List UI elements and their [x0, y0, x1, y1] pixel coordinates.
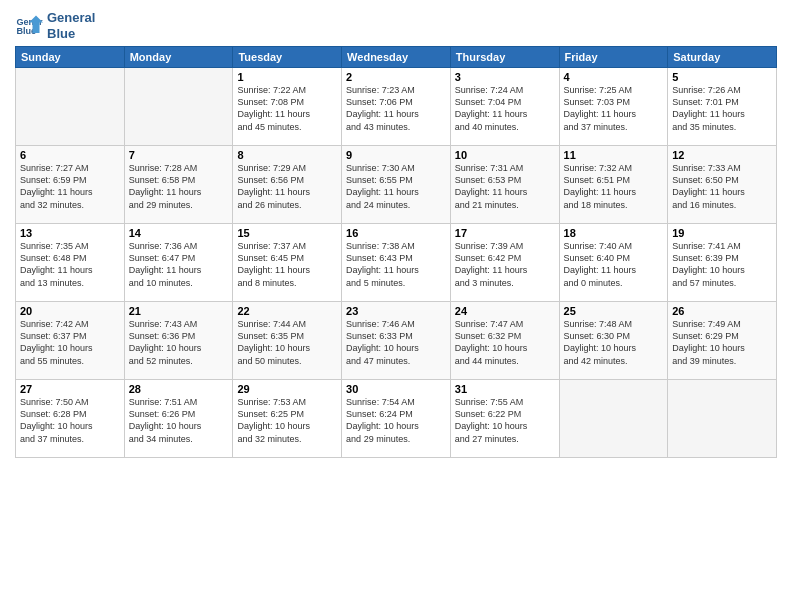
calendar-cell: 22Sunrise: 7:44 AM Sunset: 6:35 PM Dayli…	[233, 302, 342, 380]
day-info: Sunrise: 7:27 AM Sunset: 6:59 PM Dayligh…	[20, 162, 120, 211]
day-number: 20	[20, 305, 120, 317]
calendar-cell	[668, 380, 777, 458]
day-info: Sunrise: 7:36 AM Sunset: 6:47 PM Dayligh…	[129, 240, 229, 289]
day-info: Sunrise: 7:37 AM Sunset: 6:45 PM Dayligh…	[237, 240, 337, 289]
day-number: 5	[672, 71, 772, 83]
calendar-day-header-tuesday: Tuesday	[233, 47, 342, 68]
day-number: 10	[455, 149, 555, 161]
calendar-week-row-0: 1Sunrise: 7:22 AM Sunset: 7:08 PM Daylig…	[16, 68, 777, 146]
calendar-day-header-wednesday: Wednesday	[342, 47, 451, 68]
day-info: Sunrise: 7:39 AM Sunset: 6:42 PM Dayligh…	[455, 240, 555, 289]
day-info: Sunrise: 7:48 AM Sunset: 6:30 PM Dayligh…	[564, 318, 664, 367]
calendar-cell: 12Sunrise: 7:33 AM Sunset: 6:50 PM Dayli…	[668, 146, 777, 224]
day-number: 15	[237, 227, 337, 239]
day-number: 9	[346, 149, 446, 161]
day-info: Sunrise: 7:31 AM Sunset: 6:53 PM Dayligh…	[455, 162, 555, 211]
calendar-header-row: SundayMondayTuesdayWednesdayThursdayFrid…	[16, 47, 777, 68]
calendar-week-row-2: 13Sunrise: 7:35 AM Sunset: 6:48 PM Dayli…	[16, 224, 777, 302]
calendar-week-row-3: 20Sunrise: 7:42 AM Sunset: 6:37 PM Dayli…	[16, 302, 777, 380]
day-info: Sunrise: 7:43 AM Sunset: 6:36 PM Dayligh…	[129, 318, 229, 367]
calendar-cell	[124, 68, 233, 146]
calendar-cell: 25Sunrise: 7:48 AM Sunset: 6:30 PM Dayli…	[559, 302, 668, 380]
calendar-cell	[559, 380, 668, 458]
day-number: 11	[564, 149, 664, 161]
calendar-cell: 9Sunrise: 7:30 AM Sunset: 6:55 PM Daylig…	[342, 146, 451, 224]
day-number: 28	[129, 383, 229, 395]
day-number: 1	[237, 71, 337, 83]
calendar-cell: 13Sunrise: 7:35 AM Sunset: 6:48 PM Dayli…	[16, 224, 125, 302]
calendar-cell: 26Sunrise: 7:49 AM Sunset: 6:29 PM Dayli…	[668, 302, 777, 380]
day-info: Sunrise: 7:33 AM Sunset: 6:50 PM Dayligh…	[672, 162, 772, 211]
calendar-cell: 31Sunrise: 7:55 AM Sunset: 6:22 PM Dayli…	[450, 380, 559, 458]
calendar-body: 1Sunrise: 7:22 AM Sunset: 7:08 PM Daylig…	[16, 68, 777, 458]
day-info: Sunrise: 7:25 AM Sunset: 7:03 PM Dayligh…	[564, 84, 664, 133]
calendar-cell: 27Sunrise: 7:50 AM Sunset: 6:28 PM Dayli…	[16, 380, 125, 458]
calendar-cell: 17Sunrise: 7:39 AM Sunset: 6:42 PM Dayli…	[450, 224, 559, 302]
calendar-cell: 4Sunrise: 7:25 AM Sunset: 7:03 PM Daylig…	[559, 68, 668, 146]
day-info: Sunrise: 7:51 AM Sunset: 6:26 PM Dayligh…	[129, 396, 229, 445]
day-number: 22	[237, 305, 337, 317]
calendar-cell: 15Sunrise: 7:37 AM Sunset: 6:45 PM Dayli…	[233, 224, 342, 302]
day-info: Sunrise: 7:26 AM Sunset: 7:01 PM Dayligh…	[672, 84, 772, 133]
day-info: Sunrise: 7:42 AM Sunset: 6:37 PM Dayligh…	[20, 318, 120, 367]
calendar-week-row-4: 27Sunrise: 7:50 AM Sunset: 6:28 PM Dayli…	[16, 380, 777, 458]
day-number: 25	[564, 305, 664, 317]
calendar-cell: 1Sunrise: 7:22 AM Sunset: 7:08 PM Daylig…	[233, 68, 342, 146]
calendar-cell: 19Sunrise: 7:41 AM Sunset: 6:39 PM Dayli…	[668, 224, 777, 302]
calendar-cell: 10Sunrise: 7:31 AM Sunset: 6:53 PM Dayli…	[450, 146, 559, 224]
day-info: Sunrise: 7:22 AM Sunset: 7:08 PM Dayligh…	[237, 84, 337, 133]
day-number: 19	[672, 227, 772, 239]
calendar-cell: 3Sunrise: 7:24 AM Sunset: 7:04 PM Daylig…	[450, 68, 559, 146]
day-number: 29	[237, 383, 337, 395]
day-info: Sunrise: 7:54 AM Sunset: 6:24 PM Dayligh…	[346, 396, 446, 445]
calendar-day-header-friday: Friday	[559, 47, 668, 68]
calendar-cell: 24Sunrise: 7:47 AM Sunset: 6:32 PM Dayli…	[450, 302, 559, 380]
calendar-table: SundayMondayTuesdayWednesdayThursdayFrid…	[15, 46, 777, 458]
calendar-cell: 6Sunrise: 7:27 AM Sunset: 6:59 PM Daylig…	[16, 146, 125, 224]
day-info: Sunrise: 7:47 AM Sunset: 6:32 PM Dayligh…	[455, 318, 555, 367]
day-number: 30	[346, 383, 446, 395]
day-number: 3	[455, 71, 555, 83]
day-info: Sunrise: 7:50 AM Sunset: 6:28 PM Dayligh…	[20, 396, 120, 445]
day-info: Sunrise: 7:38 AM Sunset: 6:43 PM Dayligh…	[346, 240, 446, 289]
day-number: 6	[20, 149, 120, 161]
logo: General Blue General Blue	[15, 10, 95, 41]
day-info: Sunrise: 7:46 AM Sunset: 6:33 PM Dayligh…	[346, 318, 446, 367]
day-number: 7	[129, 149, 229, 161]
day-info: Sunrise: 7:24 AM Sunset: 7:04 PM Dayligh…	[455, 84, 555, 133]
day-number: 8	[237, 149, 337, 161]
calendar-week-row-1: 6Sunrise: 7:27 AM Sunset: 6:59 PM Daylig…	[16, 146, 777, 224]
day-number: 13	[20, 227, 120, 239]
day-info: Sunrise: 7:49 AM Sunset: 6:29 PM Dayligh…	[672, 318, 772, 367]
calendar-day-header-monday: Monday	[124, 47, 233, 68]
day-info: Sunrise: 7:41 AM Sunset: 6:39 PM Dayligh…	[672, 240, 772, 289]
calendar-day-header-sunday: Sunday	[16, 47, 125, 68]
day-info: Sunrise: 7:40 AM Sunset: 6:40 PM Dayligh…	[564, 240, 664, 289]
calendar-cell: 8Sunrise: 7:29 AM Sunset: 6:56 PM Daylig…	[233, 146, 342, 224]
day-info: Sunrise: 7:32 AM Sunset: 6:51 PM Dayligh…	[564, 162, 664, 211]
day-info: Sunrise: 7:44 AM Sunset: 6:35 PM Dayligh…	[237, 318, 337, 367]
calendar-day-header-saturday: Saturday	[668, 47, 777, 68]
day-info: Sunrise: 7:30 AM Sunset: 6:55 PM Dayligh…	[346, 162, 446, 211]
calendar-day-header-thursday: Thursday	[450, 47, 559, 68]
day-number: 21	[129, 305, 229, 317]
calendar-cell: 2Sunrise: 7:23 AM Sunset: 7:06 PM Daylig…	[342, 68, 451, 146]
day-number: 23	[346, 305, 446, 317]
day-number: 4	[564, 71, 664, 83]
calendar-cell: 16Sunrise: 7:38 AM Sunset: 6:43 PM Dayli…	[342, 224, 451, 302]
day-info: Sunrise: 7:28 AM Sunset: 6:58 PM Dayligh…	[129, 162, 229, 211]
calendar-cell: 21Sunrise: 7:43 AM Sunset: 6:36 PM Dayli…	[124, 302, 233, 380]
day-info: Sunrise: 7:35 AM Sunset: 6:48 PM Dayligh…	[20, 240, 120, 289]
calendar-cell: 28Sunrise: 7:51 AM Sunset: 6:26 PM Dayli…	[124, 380, 233, 458]
day-number: 12	[672, 149, 772, 161]
calendar-cell	[16, 68, 125, 146]
calendar-cell: 7Sunrise: 7:28 AM Sunset: 6:58 PM Daylig…	[124, 146, 233, 224]
day-number: 14	[129, 227, 229, 239]
calendar-container: General Blue General Blue SundayMondayTu…	[0, 0, 792, 463]
logo-text: General Blue	[47, 10, 95, 41]
general-blue-logo-icon: General Blue	[15, 12, 43, 40]
calendar-cell: 14Sunrise: 7:36 AM Sunset: 6:47 PM Dayli…	[124, 224, 233, 302]
calendar-cell: 5Sunrise: 7:26 AM Sunset: 7:01 PM Daylig…	[668, 68, 777, 146]
day-info: Sunrise: 7:55 AM Sunset: 6:22 PM Dayligh…	[455, 396, 555, 445]
calendar-cell: 11Sunrise: 7:32 AM Sunset: 6:51 PM Dayli…	[559, 146, 668, 224]
